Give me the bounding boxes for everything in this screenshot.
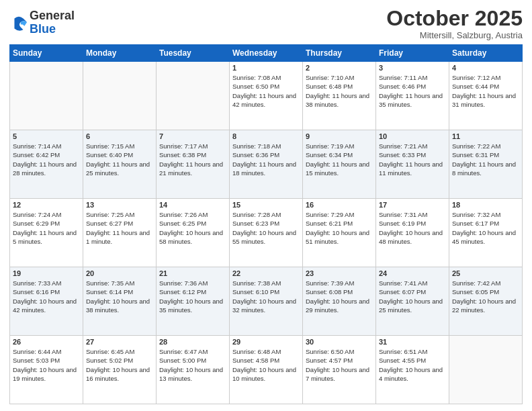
sunset-text: Sunset: 6:07 PM xyxy=(379,288,426,295)
sunset-text: Sunset: 6:40 PM xyxy=(86,151,133,158)
sunset-text: Sunset: 6:27 PM xyxy=(86,220,133,227)
sunrise-text: Sunrise: 7:14 AM xyxy=(13,142,61,150)
sunrise-text: Sunrise: 6:47 AM xyxy=(159,348,208,355)
sunrise-text: Sunrise: 7:38 AM xyxy=(232,279,281,287)
sunrise-text: Sunrise: 7:39 AM xyxy=(306,279,354,287)
day-cell: 5Sunrise: 7:14 AMSunset: 6:42 PMDaylight… xyxy=(10,130,83,199)
day-info: Sunrise: 7:17 AMSunset: 6:38 PMDaylight:… xyxy=(159,142,226,177)
day-cell: 27Sunrise: 6:45 AMSunset: 5:02 PMDayligh… xyxy=(83,336,157,404)
daylight-text: Daylight: 11 hours and 38 minutes. xyxy=(306,92,369,108)
sunset-text: Sunset: 4:55 PM xyxy=(379,357,426,364)
sunset-text: Sunset: 6:50 PM xyxy=(232,83,279,90)
sunrise-text: Sunrise: 7:19 AM xyxy=(306,142,354,150)
day-info: Sunrise: 7:29 AMSunset: 6:21 PMDaylight:… xyxy=(306,210,373,246)
day-info: Sunrise: 6:47 AMSunset: 5:00 PMDaylight:… xyxy=(159,347,226,383)
week-row-4: 26Sunrise: 6:44 AMSunset: 5:03 PMDayligh… xyxy=(10,336,523,404)
col-friday: Friday xyxy=(376,45,449,62)
day-cell xyxy=(449,336,523,404)
sunset-text: Sunset: 6:05 PM xyxy=(452,288,499,295)
daylight-text: Daylight: 10 hours and 35 minutes. xyxy=(159,298,223,314)
day-cell: 26Sunrise: 6:44 AMSunset: 5:03 PMDayligh… xyxy=(10,336,83,404)
col-tuesday: Tuesday xyxy=(157,45,230,62)
daylight-text: Daylight: 10 hours and 48 minutes. xyxy=(379,229,443,245)
day-cell: 29Sunrise: 6:48 AMSunset: 4:58 PMDayligh… xyxy=(230,336,303,404)
sunrise-text: Sunrise: 7:24 AM xyxy=(13,211,61,218)
sunrise-text: Sunrise: 7:35 AM xyxy=(86,279,134,287)
day-number: 6 xyxy=(86,132,153,140)
page: General Blue October 2025 Mittersill, Sa… xyxy=(0,0,532,411)
daylight-text: Daylight: 10 hours and 4 minutes. xyxy=(379,366,443,382)
sunset-text: Sunset: 6:12 PM xyxy=(159,288,206,295)
day-number: 2 xyxy=(306,64,373,72)
week-row-0: 1Sunrise: 7:08 AMSunset: 6:50 PMDaylight… xyxy=(10,62,523,130)
day-number: 28 xyxy=(159,338,226,346)
logo-text: General Blue xyxy=(30,9,75,36)
week-row-2: 12Sunrise: 7:24 AMSunset: 6:29 PMDayligh… xyxy=(10,199,523,267)
daylight-text: Daylight: 10 hours and 32 minutes. xyxy=(232,298,296,314)
day-number: 18 xyxy=(452,201,519,209)
sunset-text: Sunset: 6:17 PM xyxy=(452,220,499,227)
day-info: Sunrise: 7:41 AMSunset: 6:07 PMDaylight:… xyxy=(379,279,446,314)
sunset-text: Sunset: 6:25 PM xyxy=(159,220,206,227)
daylight-text: Daylight: 10 hours and 13 minutes. xyxy=(159,366,223,382)
sunset-text: Sunset: 5:03 PM xyxy=(13,357,60,364)
sunset-text: Sunset: 6:34 PM xyxy=(306,151,353,158)
sunrise-text: Sunrise: 7:22 AM xyxy=(452,142,500,150)
day-info: Sunrise: 7:21 AMSunset: 6:33 PMDaylight:… xyxy=(379,142,446,177)
month-title: October 2025 xyxy=(386,7,523,30)
daylight-text: Daylight: 11 hours and 42 minutes. xyxy=(232,92,296,108)
sunset-text: Sunset: 6:38 PM xyxy=(159,151,206,158)
daylight-text: Daylight: 11 hours and 31 minutes. xyxy=(452,92,516,108)
col-sunday: Sunday xyxy=(10,45,83,62)
day-info: Sunrise: 6:44 AMSunset: 5:03 PMDaylight:… xyxy=(13,347,80,383)
daylight-text: Daylight: 10 hours and 58 minutes. xyxy=(159,229,223,245)
day-number: 29 xyxy=(232,338,300,346)
day-cell: 23Sunrise: 7:39 AMSunset: 6:08 PMDayligh… xyxy=(303,267,376,336)
daylight-text: Daylight: 10 hours and 38 minutes. xyxy=(86,298,150,314)
daylight-text: Daylight: 10 hours and 55 minutes. xyxy=(232,229,296,245)
calendar: Sunday Monday Tuesday Wednesday Thursday… xyxy=(9,44,523,404)
week-row-1: 5Sunrise: 7:14 AMSunset: 6:42 PMDaylight… xyxy=(10,130,523,199)
day-info: Sunrise: 7:33 AMSunset: 6:16 PMDaylight:… xyxy=(13,279,80,314)
day-info: Sunrise: 7:36 AMSunset: 6:12 PMDaylight:… xyxy=(159,279,226,314)
day-cell: 17Sunrise: 7:31 AMSunset: 6:19 PMDayligh… xyxy=(376,199,449,267)
daylight-text: Daylight: 11 hours and 1 minute. xyxy=(86,229,150,245)
day-number: 22 xyxy=(232,269,300,277)
week-row-3: 19Sunrise: 7:33 AMSunset: 6:16 PMDayligh… xyxy=(10,267,523,336)
sunrise-text: Sunrise: 7:17 AM xyxy=(159,142,208,150)
day-info: Sunrise: 7:25 AMSunset: 6:27 PMDaylight:… xyxy=(86,210,153,246)
sunset-text: Sunset: 6:29 PM xyxy=(13,220,60,227)
day-cell: 14Sunrise: 7:26 AMSunset: 6:25 PMDayligh… xyxy=(157,199,230,267)
header: General Blue October 2025 Mittersill, Sa… xyxy=(9,7,523,40)
daylight-text: Daylight: 11 hours and 28 minutes. xyxy=(13,161,77,177)
day-cell: 31Sunrise: 6:51 AMSunset: 4:55 PMDayligh… xyxy=(376,336,449,404)
sunrise-text: Sunrise: 7:42 AM xyxy=(452,279,500,287)
col-thursday: Thursday xyxy=(303,45,376,62)
day-cell: 16Sunrise: 7:29 AMSunset: 6:21 PMDayligh… xyxy=(303,199,376,267)
sunrise-text: Sunrise: 7:25 AM xyxy=(86,211,134,218)
day-info: Sunrise: 7:12 AMSunset: 6:44 PMDaylight:… xyxy=(452,73,519,109)
sunrise-text: Sunrise: 7:36 AM xyxy=(159,279,208,287)
col-saturday: Saturday xyxy=(449,45,523,62)
daylight-text: Daylight: 10 hours and 10 minutes. xyxy=(232,366,296,382)
sunrise-text: Sunrise: 7:28 AM xyxy=(232,211,281,218)
daylight-text: Daylight: 10 hours and 19 minutes. xyxy=(13,366,77,382)
day-info: Sunrise: 7:15 AMSunset: 6:40 PMDaylight:… xyxy=(86,142,153,177)
day-cell: 13Sunrise: 7:25 AMSunset: 6:27 PMDayligh… xyxy=(83,199,157,267)
col-wednesday: Wednesday xyxy=(230,45,303,62)
day-info: Sunrise: 7:10 AMSunset: 6:48 PMDaylight:… xyxy=(306,73,373,109)
calendar-body: 1Sunrise: 7:08 AMSunset: 6:50 PMDaylight… xyxy=(10,62,523,404)
day-number: 30 xyxy=(306,338,373,346)
daylight-text: Daylight: 10 hours and 22 minutes. xyxy=(452,298,516,314)
sunset-text: Sunset: 6:08 PM xyxy=(306,288,353,295)
sunrise-text: Sunrise: 7:21 AM xyxy=(379,142,427,150)
sunset-text: Sunset: 6:33 PM xyxy=(379,151,426,158)
day-number: 12 xyxy=(13,201,80,209)
day-number: 10 xyxy=(379,132,446,140)
sunrise-text: Sunrise: 6:44 AM xyxy=(13,348,61,355)
sunset-text: Sunset: 6:36 PM xyxy=(232,151,279,158)
daylight-text: Daylight: 11 hours and 18 minutes. xyxy=(232,161,296,177)
day-info: Sunrise: 7:32 AMSunset: 6:17 PMDaylight:… xyxy=(452,210,519,246)
day-number: 23 xyxy=(306,269,373,277)
day-cell: 28Sunrise: 6:47 AMSunset: 5:00 PMDayligh… xyxy=(157,336,230,404)
